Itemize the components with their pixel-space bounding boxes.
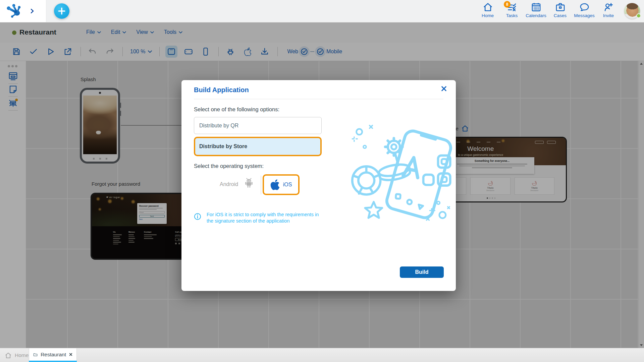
top-bar: Home 8 Tasks [0, 0, 644, 22]
os-option-android[interactable] [243, 176, 255, 189]
online-status-dot [636, 13, 641, 18]
tab-restaurant-active[interactable]: Restaurant [29, 348, 77, 361]
ios-requirements-note: For iOS it is strict to comply with the … [207, 212, 319, 224]
app-logo-icon[interactable] [5, 3, 22, 19]
page-tab-icon [33, 352, 38, 357]
home-icon [483, 2, 493, 12]
nav-label: Tasks [506, 13, 518, 18]
calendar-icon [531, 2, 541, 12]
tasks-badge: 8 [504, 1, 511, 8]
nav-label: Home [482, 13, 494, 18]
modal-divider [194, 99, 443, 99]
tab-home[interactable]: Home [5, 348, 29, 362]
apple-icon [270, 179, 280, 191]
os-label: Select the operating system: [194, 163, 264, 169]
close-icon [441, 86, 447, 92]
logo-panel [0, 0, 46, 22]
top-nav: Home 8 Tasks [476, 1, 621, 18]
nav-label: Calendars [526, 13, 546, 18]
build-app-illustration [346, 120, 452, 225]
nav-item-home[interactable]: Home [476, 1, 500, 18]
user-avatar[interactable] [624, 3, 640, 19]
nav-label: Messages [574, 13, 595, 18]
info-icon [194, 213, 201, 220]
nav-item-calendars[interactable]: Calendars [524, 1, 548, 18]
plus-icon [57, 7, 66, 15]
tab-home-label: Home [15, 352, 29, 358]
add-new-button[interactable] [54, 3, 69, 19]
nav-item-messages[interactable]: Messages [572, 1, 596, 18]
build-application-modal: Build Application Select one of the foll… [181, 80, 456, 291]
nav-item-tasks[interactable]: 8 Tasks [500, 1, 524, 18]
os-option-android-label[interactable]: Android [220, 181, 238, 187]
modal-title: Build Application [194, 86, 249, 94]
nav-label: Invite [603, 13, 614, 18]
message-bubble-icon [579, 2, 590, 12]
modal-close-button[interactable] [440, 84, 448, 93]
bottom-tab-bar: Home Restaurant [0, 348, 644, 362]
nav-label: Cases [554, 13, 567, 18]
nav-item-cases[interactable]: Cases [548, 1, 572, 18]
expand-panel-chevron-icon[interactable] [30, 8, 34, 14]
os-option-ios[interactable]: iOS [263, 174, 300, 195]
options-label: Select one of the following options: [194, 106, 279, 113]
os-option-ios-label: iOS [283, 182, 292, 188]
invite-person-icon [603, 2, 614, 12]
android-robot-icon [243, 176, 255, 189]
build-button[interactable]: Build [400, 266, 444, 278]
active-tab-underline [29, 361, 77, 362]
nav-item-invite[interactable]: Invite [596, 1, 621, 18]
tab-close-icon[interactable] [69, 352, 72, 357]
option-distribute-by-store[interactable]: Distribute by Store [194, 137, 322, 156]
os-separator [261, 176, 261, 194]
tab-restaurant-label: Restaurant [41, 352, 66, 358]
home-icon [5, 352, 12, 359]
option-distribute-by-qr[interactable]: Distribute by QR [194, 117, 322, 134]
briefcase-icon [555, 2, 566, 12]
